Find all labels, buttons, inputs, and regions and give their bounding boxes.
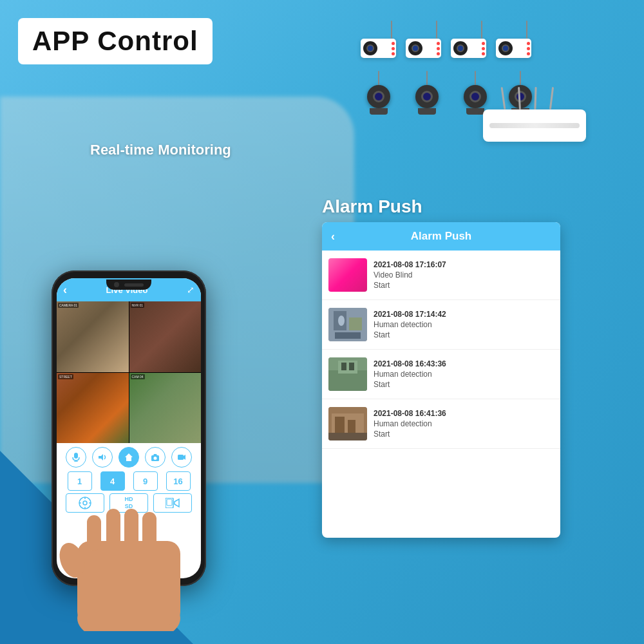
alarm-thumb-3 bbox=[328, 357, 367, 391]
hand-svg bbox=[39, 502, 219, 631]
svg-rect-24 bbox=[142, 512, 156, 547]
video-icon bbox=[177, 453, 186, 462]
video-cell-3[interactable]: STREET bbox=[57, 373, 129, 444]
svg-rect-33 bbox=[338, 361, 357, 374]
alarm-info-3: 2021-08-08 16:43:36 Human detection Star… bbox=[374, 359, 554, 389]
svg-rect-40 bbox=[328, 433, 367, 440]
alarm-time-2: 2021-08-08 17:14:42 bbox=[374, 310, 554, 319]
alarm-time-4: 2021-08-08 16:41:36 bbox=[374, 409, 554, 418]
alarm-item-2[interactable]: 2021-08-08 17:14:42 Human detection Star… bbox=[322, 300, 560, 350]
svg-rect-29 bbox=[335, 332, 361, 339]
grid-layout-buttons: 1 4 9 16 bbox=[63, 471, 194, 491]
earpiece-icon bbox=[124, 283, 144, 287]
svg-marker-9 bbox=[184, 455, 185, 460]
alarm-item-3[interactable]: 2021-08-08 16:43:36 Human detection Star… bbox=[322, 350, 560, 399]
led-10 bbox=[527, 42, 530, 45]
alarm-type-2: Human detection bbox=[374, 320, 554, 329]
video-cell-4-label: CAM 04 bbox=[131, 374, 145, 379]
svg-rect-0 bbox=[74, 453, 78, 459]
alarm-panel-title: Alarm Push bbox=[411, 230, 471, 243]
svg-marker-4 bbox=[125, 453, 133, 461]
grid-16-label: 16 bbox=[173, 477, 182, 486]
alarm-type-1: Video Blind bbox=[374, 270, 554, 279]
led-4 bbox=[437, 42, 440, 45]
router-antenna-3 bbox=[534, 87, 536, 109]
camera-1-lens bbox=[363, 41, 377, 55]
realtime-monitoring-label: Real-time Monitoring bbox=[90, 142, 231, 158]
ptz-camera-1 bbox=[367, 71, 390, 115]
grid-4-button[interactable]: 4 bbox=[100, 471, 125, 491]
alarm-thumb-1 bbox=[328, 258, 367, 292]
camera-2-leds bbox=[437, 42, 440, 55]
svg-rect-7 bbox=[153, 454, 156, 456]
svg-rect-8 bbox=[178, 455, 184, 460]
camera-2-antenna bbox=[436, 21, 437, 39]
camera-2-lens-inner bbox=[412, 44, 419, 52]
alarm-status-2: Start bbox=[374, 330, 554, 339]
grid-9-label: 9 bbox=[143, 477, 147, 486]
alarm-info-4: 2021-08-08 16:41:36 Human detection Star… bbox=[374, 409, 554, 439]
alarm-back-button[interactable]: ‹ bbox=[331, 230, 335, 243]
led-6 bbox=[437, 52, 440, 55]
alarm-status-1: Start bbox=[374, 281, 554, 290]
alarm-item-4[interactable]: 2021-08-08 16:41:36 Human detection Star… bbox=[322, 399, 560, 449]
alarm-thumb-3-img bbox=[328, 357, 367, 391]
camera-4-lens bbox=[498, 41, 513, 55]
front-camera-icon bbox=[114, 282, 119, 287]
phone-expand-button[interactable]: ⤢ bbox=[187, 285, 194, 295]
video-cell-1[interactable]: CAMERA 01 bbox=[57, 301, 129, 372]
video-cell-2-label: NVR 01 bbox=[131, 303, 145, 308]
led-8 bbox=[482, 47, 485, 50]
video-cell-2[interactable]: NVR 01 bbox=[129, 301, 202, 372]
camera-4-lens-inner bbox=[502, 44, 509, 52]
mic-button[interactable] bbox=[66, 447, 86, 468]
camera-3-antenna bbox=[481, 21, 482, 39]
video-cell-4[interactable]: CAM 04 bbox=[129, 373, 202, 444]
alarm-item-1[interactable]: 2021-08-08 17:16:07 Video Blind Start bbox=[322, 251, 560, 300]
grid-1-label: 1 bbox=[77, 477, 82, 486]
svg-rect-28 bbox=[349, 317, 362, 330]
router-antenna-2 bbox=[518, 87, 521, 109]
alarm-status-3: Start bbox=[374, 380, 554, 389]
record-button[interactable] bbox=[171, 447, 192, 468]
hand-silhouette bbox=[39, 502, 219, 631]
grid-4-label: 4 bbox=[110, 477, 115, 486]
grid-1-button[interactable]: 1 bbox=[68, 471, 92, 491]
alarm-time-1: 2021-08-08 17:16:07 bbox=[374, 260, 554, 269]
camera-2-body bbox=[406, 39, 441, 58]
camera-4-antenna bbox=[526, 21, 527, 39]
home-button[interactable] bbox=[118, 447, 139, 468]
video-cell-1-label: CAMERA 01 bbox=[58, 303, 79, 308]
app-control-title: APP Control bbox=[32, 26, 198, 56]
home-icon bbox=[124, 453, 133, 462]
svg-rect-34 bbox=[341, 363, 346, 370]
camera-4-leds bbox=[527, 42, 530, 55]
speaker-button[interactable] bbox=[92, 447, 113, 468]
camera-1-body bbox=[361, 39, 396, 58]
snapshot-button[interactable] bbox=[145, 447, 166, 468]
led-3 bbox=[392, 52, 395, 55]
alarm-thumb-4 bbox=[328, 407, 367, 440]
svg-point-30 bbox=[338, 316, 345, 326]
svg-rect-38 bbox=[335, 417, 345, 433]
ptz-3-antenna bbox=[475, 71, 476, 85]
ptz-1-body bbox=[367, 85, 390, 108]
phone-back-button[interactable]: ‹ bbox=[63, 283, 67, 297]
led-7 bbox=[482, 42, 485, 45]
video-grid: CAMERA 01 NVR 01 STREET CAM 04 bbox=[57, 301, 201, 443]
camera-3-lens bbox=[453, 41, 468, 55]
grid-9-button[interactable]: 9 bbox=[133, 471, 158, 491]
ptz-2-body bbox=[415, 85, 439, 108]
svg-rect-23 bbox=[124, 509, 138, 547]
ptz-3-base bbox=[466, 108, 484, 115]
led-9 bbox=[482, 52, 485, 55]
router-body bbox=[483, 109, 586, 142]
led-11 bbox=[527, 47, 530, 50]
router-stripe bbox=[489, 123, 580, 128]
alarm-thumb-2 bbox=[328, 308, 367, 341]
alarm-panel-header: ‹ Alarm Push bbox=[322, 222, 560, 251]
camera-1-leds bbox=[392, 42, 395, 55]
grid-16-button[interactable]: 16 bbox=[166, 471, 191, 491]
mic-icon bbox=[71, 453, 80, 462]
camera-4 bbox=[496, 39, 531, 58]
